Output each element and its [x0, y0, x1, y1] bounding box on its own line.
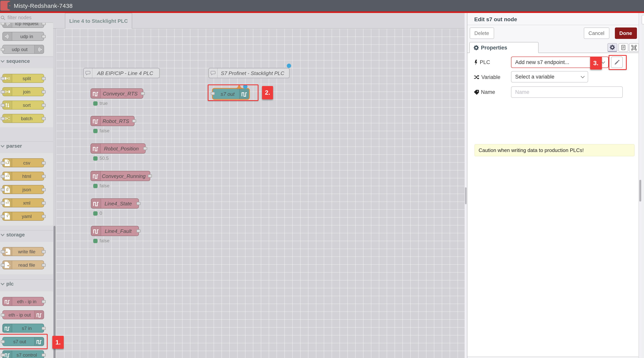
palette-category-sequence[interactable]: sequence: [0, 57, 53, 65]
output-port[interactable]: [42, 327, 46, 330]
cancel-button[interactable]: Cancel: [584, 27, 609, 39]
output-port[interactable]: [42, 215, 46, 218]
appearance-view-button[interactable]: [629, 43, 639, 52]
document-icon: [620, 45, 626, 50]
shuffle-icon: [474, 75, 479, 80]
input-port[interactable]: [1, 162, 5, 165]
palette-node-sort[interactable]: sort: [2, 101, 44, 110]
palette-node-eth-ip-in[interactable]: eth - ip in: [2, 297, 44, 306]
palette-node-udp-in[interactable]: udp in: [2, 32, 44, 41]
output-port[interactable]: [42, 90, 46, 93]
palette-node-yaml[interactable]: Y yaml: [2, 212, 44, 221]
comment-node-s7-profinet[interactable]: S7 Profinet - Stacklight PLC: [208, 68, 290, 78]
node-status: false: [93, 128, 110, 134]
input-port[interactable]: [1, 90, 5, 93]
status-dot-icon: [93, 101, 98, 105]
output-port[interactable]: [136, 202, 140, 205]
palette-category-plc[interactable]: plc: [0, 279, 53, 288]
input-port[interactable]: [1, 354, 5, 357]
flow-canvas[interactable]: AB EIP/CIP - Line 4 PLC S7 Profinet - St…: [56, 29, 464, 358]
tab-line4-to-stacklight-plc[interactable]: Line 4 to Stacklight PLC: [65, 13, 132, 29]
input-port[interactable]: [1, 48, 5, 51]
annotation-badge-2: 2.: [262, 86, 273, 99]
input-port[interactable]: [1, 201, 5, 205]
output-port[interactable]: [42, 77, 46, 80]
output-port[interactable]: [42, 300, 46, 303]
output-port[interactable]: [42, 23, 46, 25]
palette-node-s7-control[interactable]: s7 control: [2, 350, 44, 358]
input-port[interactable]: [1, 23, 5, 25]
output-port[interactable]: [42, 264, 46, 267]
flow-node-conveyor-running[interactable]: Conveyor_Running: [90, 171, 150, 181]
right-edge-button[interactable]: [642, 15, 644, 24]
gear-icon: [474, 45, 478, 50]
square-wave-icon: [91, 199, 101, 208]
palette-node-xml[interactable]: <> xml: [2, 198, 44, 207]
square-wave-icon: [91, 144, 101, 153]
palette-node-csv[interactable]: 1,2 csv: [2, 158, 44, 167]
output-port[interactable]: [42, 104, 46, 107]
palette-node-write-file[interactable]: write file: [2, 247, 44, 256]
output-port[interactable]: [42, 201, 46, 205]
palette-node-tcp-request[interactable]: tcp request: [2, 23, 44, 28]
variable-select[interactable]: Select a variable: [511, 71, 588, 82]
properties-view-button[interactable]: [607, 43, 617, 52]
tab-properties[interactable]: Properties: [469, 42, 538, 53]
palette-category-parser[interactable]: parser: [0, 141, 53, 150]
panel-tab-bar: Properties: [467, 42, 638, 53]
palette-node-s7-in[interactable]: s7 in: [2, 324, 44, 333]
delete-button[interactable]: Delete: [470, 27, 494, 39]
panel-bottom-border: [467, 357, 638, 357]
flow-node-line4-fault[interactable]: Line4_Fault: [91, 226, 139, 236]
input-port[interactable]: [1, 215, 5, 218]
name-input[interactable]: [511, 86, 622, 98]
node-palette: tcp request udp in udp out sequence: [0, 23, 53, 358]
input-port[interactable]: [1, 175, 5, 178]
palette-node-split[interactable]: split: [2, 74, 44, 83]
output-port[interactable]: [42, 117, 46, 120]
palette-node-join[interactable]: join: [2, 87, 44, 96]
flow-node-robot-position[interactable]: Robot_Position: [90, 143, 146, 154]
output-port[interactable]: [42, 354, 46, 357]
input-port[interactable]: [1, 117, 5, 120]
palette-node-read-file[interactable]: read file: [2, 260, 44, 269]
input-port[interactable]: [1, 104, 5, 107]
app-header: Misty-Redshank-7438: [0, 0, 644, 11]
palette-category-storage[interactable]: storage: [0, 230, 53, 239]
description-view-button[interactable]: [618, 43, 628, 52]
input-port[interactable]: [1, 250, 5, 253]
node-status: 0: [93, 210, 102, 216]
output-port[interactable]: [143, 147, 147, 150]
annotation-badge-1: 1.: [52, 336, 64, 349]
comment-node-ab-eip[interactable]: AB EIP/CIP - Line 4 PLC: [84, 68, 160, 78]
node-status: 50.5: [93, 156, 109, 161]
flow-node-robot-rts[interactable]: Robot_RTS: [90, 116, 134, 126]
status-dot-icon: [93, 239, 98, 243]
input-port[interactable]: [1, 313, 5, 317]
output-port[interactable]: [42, 188, 46, 191]
search-input[interactable]: [7, 14, 50, 21]
palette-node-eth-ip-out[interactable]: eth - ip out: [2, 310, 44, 319]
palette-node-udp-out[interactable]: udp out: [2, 45, 44, 54]
output-port[interactable]: [42, 162, 46, 165]
palette-node-json[interactable]: {} json: [2, 185, 44, 194]
right-edge-strip: [641, 13, 644, 358]
palette-node-batch[interactable]: batch: [2, 114, 44, 123]
output-port[interactable]: [42, 175, 46, 178]
input-port[interactable]: [1, 264, 5, 267]
panel-scrollbar-thumb[interactable]: [639, 180, 641, 201]
done-button[interactable]: Done: [615, 27, 637, 39]
output-port[interactable]: [141, 92, 145, 95]
output-port[interactable]: [132, 119, 136, 123]
input-port[interactable]: [1, 77, 5, 80]
palette-node-html[interactable]: <> html: [2, 172, 44, 181]
flow-node-conveyor-rts[interactable]: Conveyor_RTS: [90, 88, 143, 99]
input-port[interactable]: [1, 188, 5, 191]
output-port[interactable]: [148, 175, 152, 178]
output-port[interactable]: [136, 229, 140, 232]
square-wave-icon: [34, 311, 44, 319]
output-port[interactable]: [42, 250, 46, 253]
canvas-scrollbar-thumb[interactable]: [465, 187, 466, 204]
flow-node-line4-state[interactable]: Line4_State: [91, 198, 139, 208]
output-port[interactable]: [42, 35, 46, 38]
